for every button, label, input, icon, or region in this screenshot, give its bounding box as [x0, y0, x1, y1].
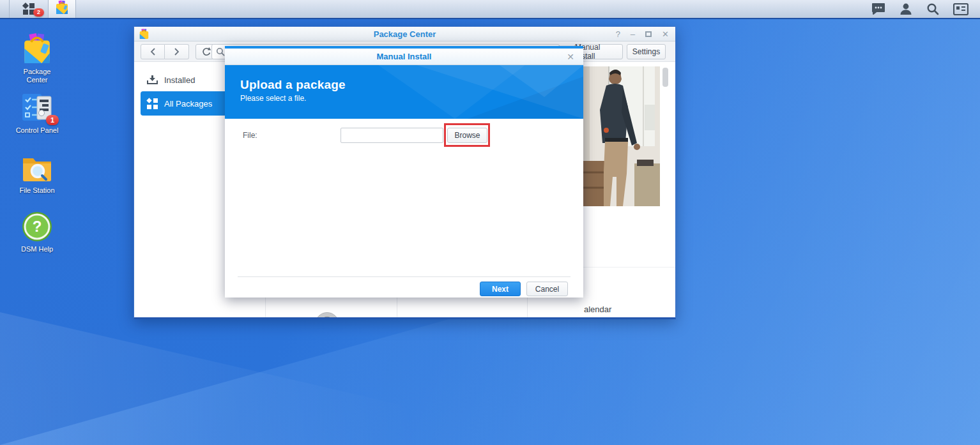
- desktop-icon-label: Package Center: [8, 68, 66, 84]
- dsm-help-icon: ?: [20, 211, 54, 243]
- banner-title: Upload a package: [240, 78, 346, 92]
- file-field-label: File:: [243, 131, 257, 140]
- cancel-button[interactable]: Cancel: [526, 282, 568, 296]
- control-panel-badge: 1: [46, 115, 59, 125]
- desktop-icon-label: Control Panel: [8, 126, 66, 135]
- chat-icon[interactable]: [871, 3, 885, 15]
- maximize-button[interactable]: [645, 31, 652, 37]
- dialog-title: Manual Install: [225, 52, 583, 61]
- dialog-body: File: Browse: [225, 119, 583, 276]
- desktop-icon-label: File Station: [8, 186, 66, 195]
- taskbar: 2: [0, 0, 980, 19]
- banner-subtitle: Please select a file.: [240, 94, 346, 103]
- window-title: Package Center: [134, 29, 675, 39]
- spotlight-photo: [581, 66, 660, 206]
- footer-divider: [238, 276, 570, 277]
- taskbar-package-center-button[interactable]: [49, 0, 76, 18]
- package-icon-partial: [315, 312, 339, 319]
- package-center-icon: [54, 0, 70, 18]
- user-icon[interactable]: [900, 3, 912, 15]
- file-station-icon: [20, 152, 54, 184]
- all-packages-icon: [147, 98, 158, 109]
- package-category-partial: oductivity, Colla...: [584, 317, 638, 319]
- scrollbar-thumb[interactable]: [662, 68, 668, 87]
- browse-button[interactable]: Browse: [447, 128, 487, 143]
- dialog-footer: Next Cancel: [225, 276, 583, 298]
- manual-install-dialog: Manual Install ✕ Upload a package Please…: [225, 46, 583, 298]
- minimize-button[interactable]: –: [631, 27, 635, 41]
- desktop-icon-file-station[interactable]: File Station: [8, 152, 66, 195]
- package-center-icon: [20, 33, 54, 65]
- notification-badge: 2: [33, 8, 44, 17]
- package-title-partial: alendar: [584, 305, 611, 314]
- chevron-right-icon: [174, 48, 180, 56]
- dialog-banner: Upload a package Please select a file.: [225, 65, 583, 119]
- dialog-titlebar[interactable]: Manual Install ✕: [225, 49, 583, 65]
- desktop-icon-label: DSM Help: [8, 245, 66, 253]
- widgets-icon[interactable]: [953, 3, 969, 15]
- settings-button[interactable]: Settings: [627, 44, 666, 59]
- forward-button[interactable]: [165, 44, 189, 59]
- installed-icon: [147, 75, 158, 85]
- desktop-icon-package-center[interactable]: Package Center: [8, 33, 66, 84]
- search-icon[interactable]: [926, 3, 939, 15]
- file-path-input[interactable]: [341, 128, 443, 143]
- main-menu-button[interactable]: 2: [9, 0, 49, 18]
- window-titlebar[interactable]: Package Center ? – ✕: [134, 27, 675, 41]
- next-button[interactable]: Next: [480, 282, 521, 296]
- svg-text:?: ?: [33, 218, 42, 235]
- help-button[interactable]: ?: [616, 27, 620, 41]
- close-button[interactable]: ✕: [662, 27, 669, 41]
- chevron-left-icon: [150, 48, 156, 56]
- desktop-icon-control-panel[interactable]: 1 Control Panel: [8, 92, 66, 135]
- back-button[interactable]: [141, 44, 165, 59]
- refresh-icon: [202, 47, 211, 57]
- sidebar-item-label: All Packages: [164, 99, 212, 109]
- search-icon: [216, 47, 225, 56]
- desktop: 2: [0, 0, 980, 445]
- desktop-icon-dsm-help[interactable]: ? DSM Help: [8, 211, 66, 253]
- control-panel-icon: 1: [20, 92, 54, 124]
- sidebar-item-label: Installed: [164, 75, 195, 85]
- package-center-icon: [139, 29, 149, 42]
- close-icon[interactable]: ✕: [567, 49, 574, 65]
